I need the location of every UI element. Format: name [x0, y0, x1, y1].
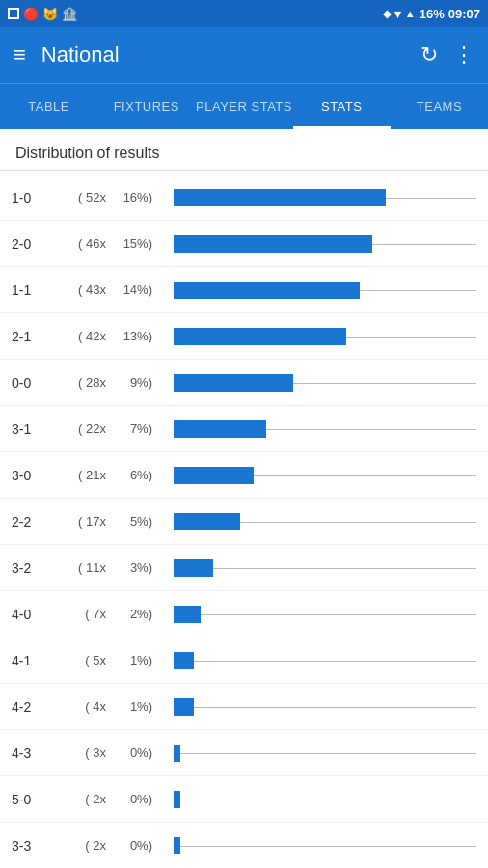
bar-fill: [174, 513, 240, 530]
bar-container: [174, 234, 476, 254]
count-value: ( 7x: [58, 607, 106, 621]
bar-container: [174, 651, 476, 670]
stats-values: ( 11x 3%): [58, 560, 174, 575]
score-label: 1-1: [12, 283, 58, 298]
table-row: 1-1 ( 43x 14%): [0, 267, 488, 313]
score-label: 3-2: [12, 560, 58, 576]
bar-track: [174, 568, 476, 569]
stats-values: ( 3x 0%): [58, 746, 174, 760]
bar-track: [174, 707, 476, 708]
count-value: ( 43x: [58, 283, 106, 297]
stats-values: ( 17x 5%): [58, 514, 174, 529]
count-value: ( 46x: [58, 236, 106, 251]
more-button[interactable]: ⋮: [453, 42, 474, 68]
pct-value: 16%): [112, 190, 152, 204]
count-value: ( 2x: [58, 792, 106, 806]
bar-fill: [174, 420, 266, 438]
count-value: ( 17x: [58, 514, 106, 529]
bar-track: [174, 846, 476, 847]
table-row: 3-1 ( 22x 7%): [0, 406, 488, 452]
pct-value: 6%): [112, 468, 152, 482]
table-row: 4-2 ( 4x 1%): [0, 684, 488, 730]
score-label: 2-0: [12, 236, 58, 252]
pct-value: 2%): [112, 607, 152, 621]
bar-fill: [174, 791, 180, 808]
bar-fill: [174, 282, 360, 299]
bar-track: [174, 614, 476, 615]
pct-value: 15%): [112, 236, 152, 251]
bar-container: [174, 790, 476, 809]
bar-fill: [174, 374, 293, 392]
bar-fill: [174, 745, 180, 762]
count-value: ( 21x: [58, 468, 106, 482]
square-icon: [8, 8, 19, 19]
score-label: 3-0: [12, 468, 58, 483]
stats-values: ( 43x 14%): [58, 283, 174, 297]
bar-fill: [174, 652, 194, 669]
app-icon-2: 😺: [42, 7, 58, 21]
bar-container: [174, 466, 476, 485]
bar-fill: [174, 235, 372, 253]
pct-value: 13%): [112, 329, 152, 343]
table-row: 4-1 ( 5x 1%): [0, 637, 488, 684]
table-row: 4-0 ( 7x 2%): [0, 591, 488, 637]
tab-stats[interactable]: Stats: [293, 84, 391, 129]
table-row: 1-0 ( 52x 16%): [0, 175, 488, 221]
bar-fill: [174, 698, 194, 716]
time-display: 09:07: [448, 7, 480, 21]
score-label: 2-2: [12, 514, 58, 529]
bar-container: [174, 373, 476, 393]
status-bar-right: ◆ ▾ ▲ 16% 09:07: [383, 7, 480, 21]
pct-value: 0%): [112, 746, 152, 760]
count-value: ( 52x: [58, 190, 106, 204]
table-row: 3-0 ( 21x 6%): [0, 452, 488, 499]
menu-button[interactable]: ≡: [14, 42, 26, 68]
bar-container: [174, 744, 476, 763]
count-value: ( 42x: [58, 329, 106, 343]
status-bar-left: 🔴 😺 🏦: [8, 7, 77, 21]
bar-fill: [174, 467, 254, 484]
stats-list: 1-0 ( 52x 16%) 2-0 ( 46x 15%) 1-1 ( 43x: [0, 175, 488, 868]
tab-table[interactable]: Table: [0, 84, 97, 129]
battery-level: 16%: [420, 7, 445, 21]
signal-bars-icon: ▲: [405, 8, 416, 19]
tab-fixtures[interactable]: Fixtures: [97, 84, 195, 129]
bar-fill: [174, 559, 213, 577]
score-label: 5-0: [12, 792, 58, 807]
tab-teams[interactable]: Teams: [391, 84, 488, 129]
bar-container: [174, 281, 476, 300]
app-icon-1: 🔴: [23, 7, 39, 21]
bar-container: [174, 512, 476, 531]
divider: [0, 170, 488, 171]
table-row: 3-2 ( 11x 3%): [0, 545, 488, 591]
pct-value: 5%): [112, 514, 152, 529]
bar-fill: [174, 189, 386, 206]
app-title: National: [41, 42, 405, 68]
stats-values: ( 52x 16%): [58, 190, 174, 204]
score-label: 0-0: [12, 375, 58, 391]
pct-value: 7%): [112, 421, 152, 436]
pct-value: 14%): [112, 283, 152, 297]
table-row: 2-0 ( 46x 15%): [0, 221, 488, 267]
tab-bar: Table Fixtures Player Stats Stats Teams: [0, 83, 488, 129]
bar-track: [174, 800, 476, 800]
tab-player-stats[interactable]: Player Stats: [195, 84, 292, 129]
pct-value: 0%): [112, 792, 152, 806]
score-label: 4-3: [12, 746, 58, 761]
pct-value: 9%): [112, 375, 152, 390]
count-value: ( 28x: [58, 375, 106, 390]
stats-values: ( 28x 9%): [58, 375, 174, 390]
count-value: ( 5x: [58, 653, 106, 667]
stats-values: ( 4x 1%): [58, 699, 174, 714]
table-row: 2-1 ( 42x 13%): [0, 313, 488, 360]
content-area: Distribution of results 1-0 ( 52x 16%) 2…: [0, 129, 488, 868]
table-row: 3-3 ( 2x 0%): [0, 823, 488, 868]
score-label: 3-3: [12, 838, 58, 854]
bar-container: [174, 697, 476, 717]
bar-container: [174, 605, 476, 624]
bar-track: [174, 661, 476, 662]
bar-container: [174, 327, 476, 346]
refresh-button[interactable]: ↻: [420, 42, 438, 68]
table-row: 0-0 ( 28x 9%): [0, 360, 488, 406]
bar-container: [174, 420, 476, 439]
